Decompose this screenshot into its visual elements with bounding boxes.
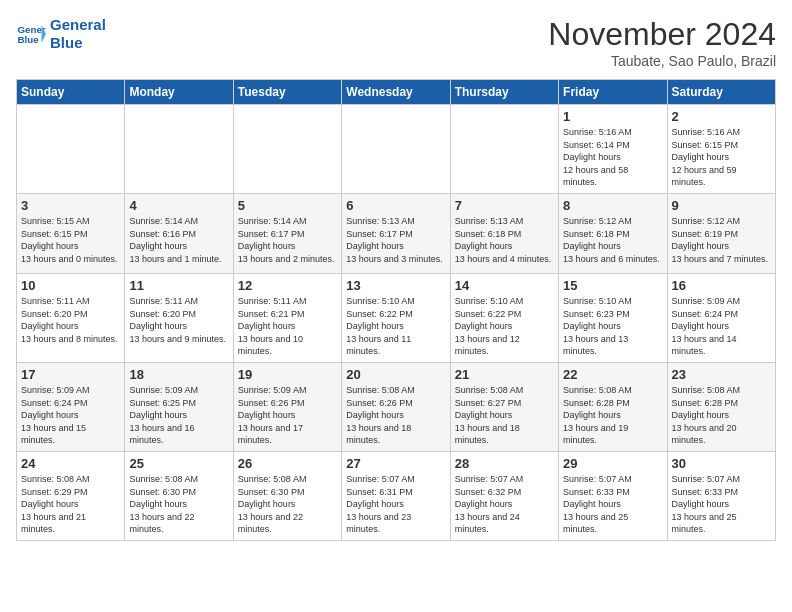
day-number: 10: [21, 278, 120, 293]
day-cell: 18 Sunrise: 5:09 AM Sunset: 6:25 PM Dayl…: [125, 362, 233, 451]
day-number: 6: [346, 198, 445, 213]
day-cell: 24 Sunrise: 5:08 AM Sunset: 6:29 PM Dayl…: [17, 451, 125, 540]
week-row-5: 24 Sunrise: 5:08 AM Sunset: 6:29 PM Dayl…: [17, 451, 776, 540]
col-header-sunday: Sunday: [17, 80, 125, 105]
day-info: Sunrise: 5:09 AM Sunset: 6:24 PM Dayligh…: [21, 384, 120, 447]
day-number: 13: [346, 278, 445, 293]
day-cell: 30 Sunrise: 5:07 AM Sunset: 6:33 PM Dayl…: [667, 451, 775, 540]
day-cell: 22 Sunrise: 5:08 AM Sunset: 6:28 PM Dayl…: [559, 362, 667, 451]
day-number: 14: [455, 278, 554, 293]
day-cell: 20 Sunrise: 5:08 AM Sunset: 6:26 PM Dayl…: [342, 362, 450, 451]
day-info: Sunrise: 5:08 AM Sunset: 6:28 PM Dayligh…: [563, 384, 662, 447]
day-info: Sunrise: 5:11 AM Sunset: 6:21 PM Dayligh…: [238, 295, 337, 358]
col-header-saturday: Saturday: [667, 80, 775, 105]
day-info: Sunrise: 5:08 AM Sunset: 6:30 PM Dayligh…: [238, 473, 337, 536]
day-number: 21: [455, 367, 554, 382]
day-cell: 25 Sunrise: 5:08 AM Sunset: 6:30 PM Dayl…: [125, 451, 233, 540]
day-number: 20: [346, 367, 445, 382]
logo: General Blue General Blue: [16, 16, 106, 52]
day-cell: [450, 105, 558, 194]
day-info: Sunrise: 5:11 AM Sunset: 6:20 PM Dayligh…: [21, 295, 120, 345]
day-cell: 23 Sunrise: 5:08 AM Sunset: 6:28 PM Dayl…: [667, 362, 775, 451]
day-number: 12: [238, 278, 337, 293]
day-cell: [17, 105, 125, 194]
day-cell: 10 Sunrise: 5:11 AM Sunset: 6:20 PM Dayl…: [17, 273, 125, 362]
day-info: Sunrise: 5:14 AM Sunset: 6:16 PM Dayligh…: [129, 215, 228, 265]
title-block: November 2024 Taubate, Sao Paulo, Brazil: [548, 16, 776, 69]
day-cell: 27 Sunrise: 5:07 AM Sunset: 6:31 PM Dayl…: [342, 451, 450, 540]
day-cell: 8 Sunrise: 5:12 AM Sunset: 6:18 PM Dayli…: [559, 193, 667, 273]
col-header-monday: Monday: [125, 80, 233, 105]
day-cell: 14 Sunrise: 5:10 AM Sunset: 6:22 PM Dayl…: [450, 273, 558, 362]
day-cell: [233, 105, 341, 194]
col-header-thursday: Thursday: [450, 80, 558, 105]
calendar-header-row: SundayMondayTuesdayWednesdayThursdayFrid…: [17, 80, 776, 105]
month-title: November 2024: [548, 16, 776, 53]
day-number: 11: [129, 278, 228, 293]
col-header-tuesday: Tuesday: [233, 80, 341, 105]
col-header-friday: Friday: [559, 80, 667, 105]
day-number: 18: [129, 367, 228, 382]
col-header-wednesday: Wednesday: [342, 80, 450, 105]
day-number: 7: [455, 198, 554, 213]
day-info: Sunrise: 5:08 AM Sunset: 6:30 PM Dayligh…: [129, 473, 228, 536]
day-info: Sunrise: 5:08 AM Sunset: 6:26 PM Dayligh…: [346, 384, 445, 447]
day-info: Sunrise: 5:08 AM Sunset: 6:29 PM Dayligh…: [21, 473, 120, 536]
day-info: Sunrise: 5:10 AM Sunset: 6:23 PM Dayligh…: [563, 295, 662, 358]
day-cell: 6 Sunrise: 5:13 AM Sunset: 6:17 PM Dayli…: [342, 193, 450, 273]
day-number: 24: [21, 456, 120, 471]
day-number: 2: [672, 109, 771, 124]
day-cell: 2 Sunrise: 5:16 AM Sunset: 6:15 PM Dayli…: [667, 105, 775, 194]
day-cell: 28 Sunrise: 5:07 AM Sunset: 6:32 PM Dayl…: [450, 451, 558, 540]
day-number: 9: [672, 198, 771, 213]
logo-icon: General Blue: [16, 19, 46, 49]
day-info: Sunrise: 5:16 AM Sunset: 6:14 PM Dayligh…: [563, 126, 662, 189]
day-cell: 9 Sunrise: 5:12 AM Sunset: 6:19 PM Dayli…: [667, 193, 775, 273]
day-info: Sunrise: 5:14 AM Sunset: 6:17 PM Dayligh…: [238, 215, 337, 265]
day-cell: 5 Sunrise: 5:14 AM Sunset: 6:17 PM Dayli…: [233, 193, 341, 273]
day-info: Sunrise: 5:13 AM Sunset: 6:18 PM Dayligh…: [455, 215, 554, 265]
svg-text:Blue: Blue: [18, 34, 40, 45]
day-cell: 13 Sunrise: 5:10 AM Sunset: 6:22 PM Dayl…: [342, 273, 450, 362]
day-info: Sunrise: 5:09 AM Sunset: 6:26 PM Dayligh…: [238, 384, 337, 447]
day-cell: 15 Sunrise: 5:10 AM Sunset: 6:23 PM Dayl…: [559, 273, 667, 362]
day-info: Sunrise: 5:13 AM Sunset: 6:17 PM Dayligh…: [346, 215, 445, 265]
day-cell: 21 Sunrise: 5:08 AM Sunset: 6:27 PM Dayl…: [450, 362, 558, 451]
day-number: 27: [346, 456, 445, 471]
day-number: 28: [455, 456, 554, 471]
day-cell: 19 Sunrise: 5:09 AM Sunset: 6:26 PM Dayl…: [233, 362, 341, 451]
page-header: General Blue General Blue November 2024 …: [16, 16, 776, 69]
day-info: Sunrise: 5:16 AM Sunset: 6:15 PM Dayligh…: [672, 126, 771, 189]
day-cell: [125, 105, 233, 194]
day-number: 19: [238, 367, 337, 382]
day-info: Sunrise: 5:07 AM Sunset: 6:32 PM Dayligh…: [455, 473, 554, 536]
day-info: Sunrise: 5:07 AM Sunset: 6:31 PM Dayligh…: [346, 473, 445, 536]
calendar-table: SundayMondayTuesdayWednesdayThursdayFrid…: [16, 79, 776, 541]
logo-text-blue: Blue: [50, 34, 106, 52]
day-number: 3: [21, 198, 120, 213]
day-cell: 11 Sunrise: 5:11 AM Sunset: 6:20 PM Dayl…: [125, 273, 233, 362]
day-cell: 17 Sunrise: 5:09 AM Sunset: 6:24 PM Dayl…: [17, 362, 125, 451]
day-number: 16: [672, 278, 771, 293]
location: Taubate, Sao Paulo, Brazil: [548, 53, 776, 69]
day-number: 5: [238, 198, 337, 213]
day-number: 29: [563, 456, 662, 471]
day-number: 26: [238, 456, 337, 471]
day-number: 25: [129, 456, 228, 471]
day-info: Sunrise: 5:10 AM Sunset: 6:22 PM Dayligh…: [455, 295, 554, 358]
day-number: 15: [563, 278, 662, 293]
day-number: 4: [129, 198, 228, 213]
day-info: Sunrise: 5:11 AM Sunset: 6:20 PM Dayligh…: [129, 295, 228, 345]
week-row-4: 17 Sunrise: 5:09 AM Sunset: 6:24 PM Dayl…: [17, 362, 776, 451]
day-cell: 26 Sunrise: 5:08 AM Sunset: 6:30 PM Dayl…: [233, 451, 341, 540]
day-number: 30: [672, 456, 771, 471]
week-row-3: 10 Sunrise: 5:11 AM Sunset: 6:20 PM Dayl…: [17, 273, 776, 362]
day-info: Sunrise: 5:12 AM Sunset: 6:18 PM Dayligh…: [563, 215, 662, 265]
day-info: Sunrise: 5:07 AM Sunset: 6:33 PM Dayligh…: [563, 473, 662, 536]
day-number: 1: [563, 109, 662, 124]
day-info: Sunrise: 5:15 AM Sunset: 6:15 PM Dayligh…: [21, 215, 120, 265]
day-cell: 4 Sunrise: 5:14 AM Sunset: 6:16 PM Dayli…: [125, 193, 233, 273]
week-row-1: 1 Sunrise: 5:16 AM Sunset: 6:14 PM Dayli…: [17, 105, 776, 194]
week-row-2: 3 Sunrise: 5:15 AM Sunset: 6:15 PM Dayli…: [17, 193, 776, 273]
day-cell: 16 Sunrise: 5:09 AM Sunset: 6:24 PM Dayl…: [667, 273, 775, 362]
